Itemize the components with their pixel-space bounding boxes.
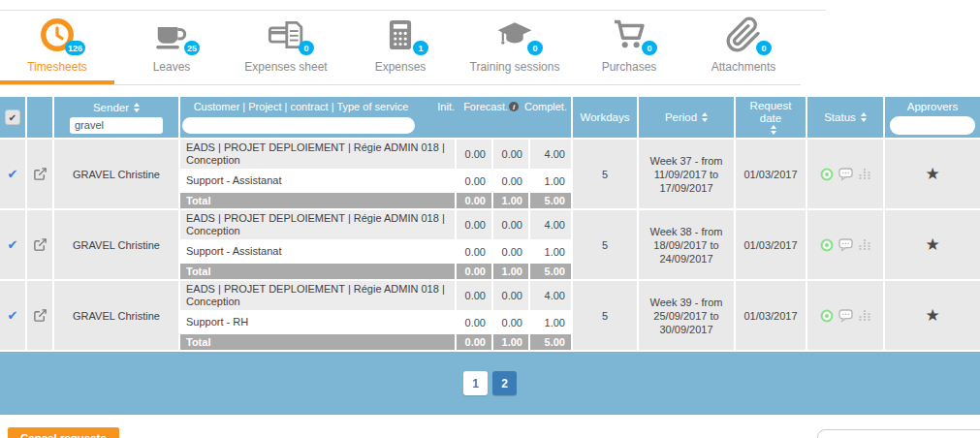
sender-filter-input[interactable] [70,117,163,134]
timesheets-table: ✔ Sender Customer | Project | contract |… [0,97,980,415]
tab-label: Expenses sheet [244,60,327,74]
open-timesheet-icon[interactable] [33,308,47,323]
approvers-filter-input[interactable] [890,116,975,135]
header-approvers: Approvers [885,97,980,138]
project-line: Support - RH 0.00 0.00 1.00 [180,312,571,332]
status-approved-icon [820,238,834,252]
paperclip-icon: 0 [725,16,762,57]
tab-attachments[interactable]: 0 Attachments [686,16,801,84]
coffee-cup-icon: 25 [153,16,190,57]
init-header-label: Init. [420,101,455,112]
tab-badge: 1 [413,41,428,55]
sender-header-label: Sender [93,102,129,114]
tab-label: Expenses [375,60,427,74]
project-label: EADS | PROJET DEPLOIEMENT | Régie ADMIN … [180,281,455,310]
pagination-page-1[interactable]: 1 [463,371,488,395]
row-selected-check[interactable]: ✔ [8,237,18,252]
complet-value: 1.00 [528,241,571,262]
table-footer: 1 2 [0,350,980,415]
open-timesheet-icon[interactable] [33,237,47,252]
sender-name: GRAVEL Christine [73,239,160,251]
cancel-requests-button[interactable]: Cancel requests [8,427,119,438]
sort-icon [771,125,776,135]
info-icon[interactable]: i [509,102,519,111]
timesheet-approval-page: 126 Timesheets 25 Leaves [0,0,980,438]
row-selected-check[interactable]: ✔ [8,308,18,323]
tab-badge: 0 [527,41,543,55]
tab-training-sessions[interactable]: 0 Training sessions [458,16,572,84]
total-forecast: 1.00 [491,264,528,279]
project-label: EADS | PROJET DEPLOIEMENT | Régie ADMIN … [180,210,455,239]
forecast-value: 0.00 [491,312,528,332]
approvers-star-icon[interactable]: ★ [925,305,939,326]
workdays-value: 5 [573,140,639,208]
header-status[interactable]: Status [807,97,885,138]
customer-filter-input[interactable] [182,117,415,134]
request-date-value: 01/03/2017 [736,210,807,279]
pagination-page-2[interactable]: 2 [492,371,517,395]
init-value: 0.00 [455,281,491,310]
project-line: EADS | PROJET DEPLOIEMENT | Régie ADMIN … [180,140,571,169]
project-lines-cell: EADS | PROJET DEPLOIEMENT | Régie ADMIN … [180,281,573,350]
tab-badge: 25 [184,41,200,55]
total-complet: 5.00 [528,264,571,279]
complet-value: 4.00 [528,210,571,239]
complet-value: 4.00 [528,281,571,310]
status-approved-icon [820,309,834,323]
forecast-value: 0.00 [491,171,528,191]
tab-expenses[interactable]: 1 Expenses [343,16,458,84]
customer-header-label: Customer | Project | contract | Type of … [182,101,420,112]
comment-icon[interactable] [838,167,853,181]
total-line: Total 0.00 1.00 5.00 [180,193,571,208]
open-timesheet-icon[interactable] [33,167,47,181]
init-value: 0.00 [455,210,491,239]
header-request-date[interactable]: Request date [736,97,807,138]
workdays-header-label: Workdays [581,111,630,124]
total-label: Total [180,264,455,279]
activity-chart-icon[interactable] [858,238,871,251]
tab-timesheets[interactable]: 126 Timesheets [0,16,114,84]
total-init: 0.00 [455,193,491,208]
activity-chart-icon[interactable] [858,309,871,322]
select-all-checkbox[interactable]: ✔ [5,110,20,125]
header-sender[interactable]: Sender [54,97,180,138]
project-line: Support - Assistanat 0.00 0.00 1.00 [180,241,571,262]
tab-label: Attachments [711,60,776,74]
forecast-value: 0.00 [491,281,528,310]
total-init: 0.00 [455,264,491,279]
tab-label: Training sessions [470,60,560,74]
tab-expenses-sheet[interactable]: 0 Expenses sheet [229,16,343,84]
period-value: Week 39 - from 25/09/2017 to 30/09/2017 [641,296,732,336]
period-header-label: Period [665,111,697,124]
approvers-star-icon[interactable]: ★ [925,235,939,255]
total-init: 0.00 [455,334,491,350]
project-lines-cell: EADS | PROJET DEPLOIEMENT | Régie ADMIN … [180,140,573,208]
request-date-value: 01/03/2017 [736,140,807,208]
shopping-cart-icon: 0 [611,16,648,57]
header-customer-project: Customer | Project | contract | Type of … [180,97,573,138]
sort-icon [702,112,708,122]
project-label: Support - RH [180,312,455,332]
header-period[interactable]: Period [639,97,736,138]
approvers-star-icon[interactable]: ★ [925,164,939,184]
row-selected-check[interactable]: ✔ [8,167,18,181]
total-complet: 5.00 [528,334,571,350]
table-row: ✔ GRAVEL Christine EADS | PROJET DEPLOIE… [0,138,980,208]
tab-purchases[interactable]: 0 Purchases [572,16,686,84]
project-lines-cell: EADS | PROJET DEPLOIEMENT | Régie ADMIN … [180,210,573,279]
project-label: EADS | PROJET DEPLOIEMENT | Régie ADMIN … [180,140,455,169]
total-complet: 5.00 [528,193,571,208]
total-line: Total 0.00 1.00 5.00 [180,264,571,279]
graduation-cap-icon: 0 [496,16,533,57]
sender-name: GRAVEL Christine [73,169,160,180]
approvers-header-label: Approvers [907,101,958,113]
complet-value: 1.00 [528,312,571,332]
period-value: Week 38 - from 18/09/2017 to 24/09/2017 [641,225,732,266]
comment-icon[interactable] [838,308,853,323]
init-value: 0.00 [455,140,491,169]
tab-label: Leaves [153,60,191,74]
activity-chart-icon[interactable] [858,168,871,180]
table-row: ✔ GRAVEL Christine EADS | PROJET DEPLOIE… [0,279,980,350]
tab-leaves[interactable]: 25 Leaves [114,16,229,84]
comment-icon[interactable] [838,237,853,252]
